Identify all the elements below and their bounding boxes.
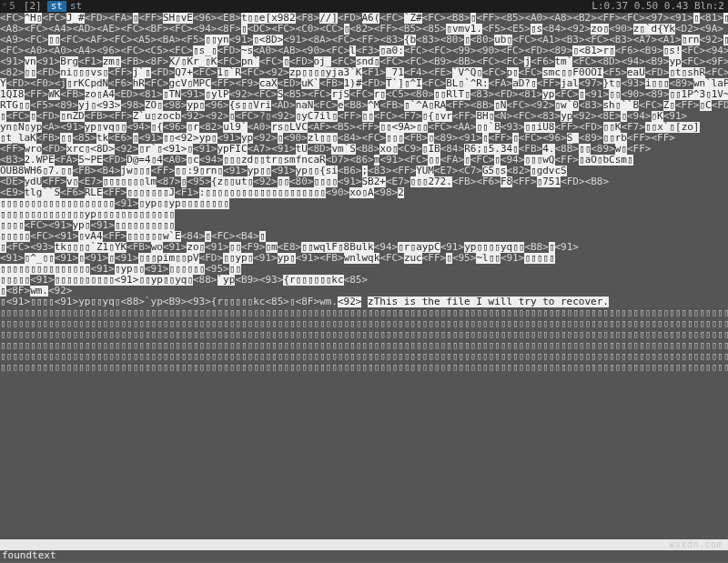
layout-symbol[interactable]: [2]: [18, 1, 47, 12]
top-bar: ▪1▫2▫3▪4▫5▫6▪7▫8▫9 [2] st st L:0.37 0.50…: [0, 0, 728, 13]
status-text: L:0.37 0.50 0.43 Bln:2: [588, 1, 728, 12]
window-title-2[interactable]: st: [66, 1, 86, 12]
editor-status-line: 1,1<FD>a<F3>yp▯sk;▯<FF>vm^On^N<E5>VD5▯<F…: [0, 539, 728, 550]
file-name: foundtext: [0, 550, 728, 561]
watermark: wsxdn.com: [669, 539, 723, 550]
window-title-1[interactable]: st: [47, 1, 66, 12]
terminal-content[interactable]: <FC>^H▯<FC>J_#<FD><FA>▯<FF>SH▯vE<96><E8>…: [0, 13, 728, 539]
